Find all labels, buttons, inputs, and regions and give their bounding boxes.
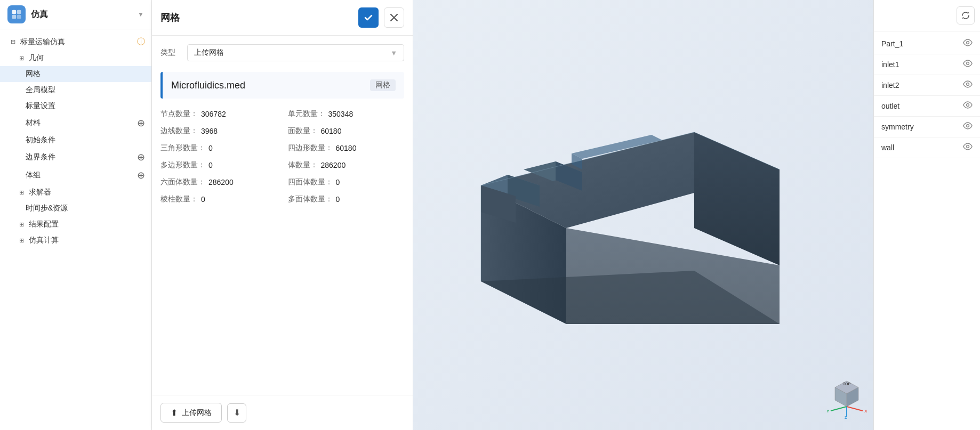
type-label: 类型 xyxy=(160,48,182,58)
modal-title: 网格 xyxy=(160,11,353,24)
stat-faces: 面数量： 60180 xyxy=(288,126,405,136)
sidebar-item-label: 标量设置 xyxy=(26,101,145,111)
svg-rect-3 xyxy=(17,15,21,19)
visibility-icon[interactable] xyxy=(963,143,973,152)
sidebar-item-scalar-settings[interactable]: 标量设置 xyxy=(0,98,151,114)
stat-polyhedra-value: 0 xyxy=(336,195,340,204)
stat-volumes: 体数量： 286200 xyxy=(288,160,405,170)
visibility-icon[interactable] xyxy=(963,122,973,132)
stat-prisms-label: 棱柱数量： xyxy=(160,194,198,204)
stat-nodes-label: 节点数量： xyxy=(160,109,198,119)
sidebar-item-initial-condition[interactable]: 初始条件 xyxy=(0,132,151,148)
add-material-icon[interactable]: ⊕ xyxy=(137,117,145,129)
expand-plus-icon: ⊞ xyxy=(17,220,26,229)
svg-text:Y: Y xyxy=(826,409,830,413)
add-body-group-icon[interactable]: ⊕ xyxy=(137,169,145,181)
part-name: wall xyxy=(881,143,894,152)
stat-faces-label: 面数量： xyxy=(288,126,318,136)
stat-polygons-value: 0 xyxy=(208,161,213,169)
svg-point-30 xyxy=(967,62,969,65)
svg-point-32 xyxy=(967,104,969,107)
sidebar-item-material[interactable]: 材料 ⊕ xyxy=(0,114,151,132)
svg-point-33 xyxy=(967,125,969,127)
modal-confirm-button[interactable] xyxy=(358,7,379,28)
stat-cells-label: 单元数量： xyxy=(288,109,325,119)
sidebar-item-mesh[interactable]: 网格 xyxy=(0,66,151,82)
svg-line-23 xyxy=(847,407,863,411)
stats-grid: 节点数量： 306782 单元数量： 350348 边线数量： 3968 面数量… xyxy=(160,109,404,204)
svg-point-29 xyxy=(967,42,969,44)
file-card: Microfluidics.med 网格 xyxy=(160,72,404,99)
sidebar: 仿真 ▼ ⊟ 标量运输仿真 ⓘ ⊞ 几何 网格 全局模型 标量设置 材料 ⊕ xyxy=(0,0,152,430)
sidebar-item-geometry[interactable]: ⊞ 几何 xyxy=(0,50,151,66)
sidebar-collapse-icon[interactable]: ▼ xyxy=(138,11,144,18)
sidebar-item-solver[interactable]: ⊞ 求解器 xyxy=(0,184,151,200)
stat-triangles-label: 三角形数量： xyxy=(160,143,205,153)
stat-nodes-value: 306782 xyxy=(201,110,226,118)
reset-view-button[interactable] xyxy=(957,6,975,25)
right-panel: Part_1 inlet1 inlet2 xyxy=(873,0,980,430)
modal-header: 网格 xyxy=(152,0,413,36)
upload-mesh-button[interactable]: ⬆ 上传网格 xyxy=(160,403,222,423)
app-logo xyxy=(7,5,26,23)
add-boundary-icon[interactable]: ⊕ xyxy=(137,151,145,163)
mesh-modal: 网格 类型 上传网格 ▼ Microfluidics.med 网格 xyxy=(152,0,413,430)
sidebar-title: 仿真 xyxy=(31,9,132,20)
sidebar-item-label: 仿真计算 xyxy=(29,236,145,245)
stat-triangles-value: 0 xyxy=(208,144,213,152)
sidebar-tree: ⊟ 标量运输仿真 ⓘ ⊞ 几何 网格 全局模型 标量设置 材料 ⊕ 初始条件 xyxy=(0,29,151,430)
stat-hexahedra: 六面体数量： 286200 xyxy=(160,177,277,187)
part-item-outlet[interactable]: outlet xyxy=(874,96,980,117)
stat-tetrahedra: 四面体数量： 0 xyxy=(288,177,405,187)
sidebar-item-time-step[interactable]: 时间步&资源 xyxy=(0,200,151,216)
sidebar-item-label: 体组 xyxy=(26,171,134,180)
stat-volumes-label: 体数量： xyxy=(288,160,318,170)
modal-close-button[interactable] xyxy=(384,7,404,28)
expand-minus-icon: ⊟ xyxy=(9,38,17,46)
stat-polyhedra-label: 多面体数量： xyxy=(288,194,333,204)
visibility-icon[interactable] xyxy=(963,101,973,111)
sidebar-header: 仿真 ▼ xyxy=(0,0,151,29)
stat-polygons-label: 多边形数量： xyxy=(160,160,205,170)
type-select[interactable]: 上传网格 ▼ xyxy=(187,44,404,61)
svg-text:TOP: TOP xyxy=(843,382,851,386)
visibility-icon[interactable] xyxy=(963,60,973,69)
axis-indicator: TOP X Y Z xyxy=(825,377,868,419)
expand-plus-icon: ⊞ xyxy=(17,188,26,197)
part-name: inlet2 xyxy=(881,81,899,90)
part-item-inlet1[interactable]: inlet1 xyxy=(874,54,980,75)
stat-faces-value: 60180 xyxy=(321,127,342,135)
sidebar-item-label: 边界条件 xyxy=(26,152,134,162)
sidebar-item-label: 标量运输仿真 xyxy=(20,37,134,47)
sidebar-item-result-config[interactable]: ⊞ 结果配置 xyxy=(0,216,151,232)
part-item-symmetry[interactable]: symmetry xyxy=(874,117,980,137)
download-mesh-button[interactable]: ⬇ xyxy=(227,403,246,423)
part-item-inlet2[interactable]: inlet2 xyxy=(874,75,980,96)
expand-plus-icon: ⊞ xyxy=(17,236,26,245)
visibility-icon[interactable] xyxy=(963,39,973,48)
part-item-wall[interactable]: wall xyxy=(874,137,980,158)
svg-rect-2 xyxy=(12,15,17,19)
sidebar-item-boundary-condition[interactable]: 边界条件 ⊕ xyxy=(0,148,151,166)
stat-edges-label: 边线数量： xyxy=(160,126,198,136)
sidebar-item-body-group[interactable]: 体组 ⊕ xyxy=(0,166,151,184)
stat-prisms: 棱柱数量： 0 xyxy=(160,194,277,204)
viewport-canvas[interactable]: TOP X Y Z xyxy=(413,0,873,430)
part-item-part1[interactable]: Part_1 xyxy=(874,34,980,54)
svg-point-31 xyxy=(967,83,969,86)
sidebar-item-label: 时间步&资源 xyxy=(26,204,145,213)
sidebar-item-global-model[interactable]: 全局模型 xyxy=(0,82,151,98)
sidebar-item-label: 结果配置 xyxy=(29,220,145,229)
right-panel-header xyxy=(874,0,980,31)
sidebar-item-scalar-transport[interactable]: ⊟ 标量运输仿真 ⓘ xyxy=(0,34,151,50)
stat-volumes-value: 286200 xyxy=(321,161,346,169)
stat-polygons: 多边形数量： 0 xyxy=(160,160,277,170)
sidebar-item-simulation-calc[interactable]: ⊞ 仿真计算 xyxy=(0,232,151,248)
stat-nodes: 节点数量： 306782 xyxy=(160,109,277,119)
part-name: symmetry xyxy=(881,123,914,131)
stat-polyhedra: 多面体数量： 0 xyxy=(288,194,405,204)
modal-footer: ⬆ 上传网格 ⬇ xyxy=(152,395,413,430)
type-select-value: 上传网格 xyxy=(194,48,224,58)
visibility-icon[interactable] xyxy=(963,80,973,90)
sidebar-item-label: 初始条件 xyxy=(26,135,145,145)
